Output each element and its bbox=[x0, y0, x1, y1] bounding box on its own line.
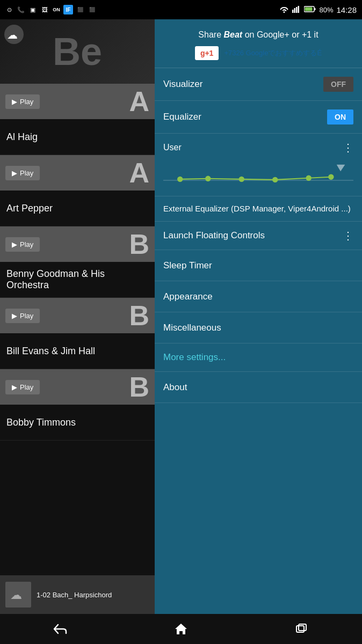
svg-point-13 bbox=[272, 177, 278, 182]
svg-point-14 bbox=[306, 175, 312, 181]
artist-name-row[interactable]: Bill Evans & Jim Hall bbox=[0, 333, 155, 369]
external-eq-label: External Equalizer (DSP Manager, Viper4A… bbox=[163, 204, 351, 213]
letter-badge: A bbox=[129, 85, 149, 118]
artist-list: ▶ Play A Al Haig ▶ Play A bbox=[0, 84, 155, 441]
eq-more-button[interactable]: ⋮ bbox=[343, 142, 353, 153]
letter-badge: A bbox=[129, 157, 149, 189]
play-row: ▶ Play A bbox=[0, 84, 155, 119]
artist-name: Bill Evans & Jim Hall bbox=[6, 346, 95, 357]
launch-more-button[interactable]: ⋮ bbox=[343, 230, 353, 241]
artist-name-row[interactable]: Bobby Timmons bbox=[0, 405, 155, 440]
artist-name-row[interactable]: Art Pepper bbox=[0, 191, 155, 226]
svg-text:☁: ☁ bbox=[10, 588, 22, 602]
now-playing-title: 1-02 Bach_ Harpsichord bbox=[37, 591, 149, 599]
svg-point-10 bbox=[177, 177, 183, 182]
svg-rect-1 bbox=[294, 8, 296, 13]
album-big-letter: Be bbox=[53, 30, 102, 74]
main-layout: ☁ Be ▶ Play A Al Haig bbox=[0, 19, 362, 614]
svg-rect-5 bbox=[315, 8, 316, 10]
sleep-timer-row[interactable]: Sleep Timer bbox=[155, 250, 362, 281]
list-item: ▶ Play B Bill Evans & Jim Hall bbox=[0, 298, 155, 369]
status-right: 80% 14:28 bbox=[279, 5, 357, 14]
signal-icon bbox=[292, 5, 301, 14]
visualizer-toggle[interactable]: OFF bbox=[323, 77, 353, 92]
equalizer-label: Equalizer bbox=[163, 112, 201, 122]
eq-graph bbox=[155, 158, 362, 191]
recent-apps-button[interactable] bbox=[286, 618, 318, 640]
visualizer-row: Visualizer OFF bbox=[155, 68, 362, 101]
play-triangle-icon: ▶ bbox=[12, 169, 17, 177]
media-icon1: ⬛ bbox=[75, 5, 85, 14]
eq-section: User ⋮ bbox=[155, 134, 362, 196]
launch-floating-controls-row[interactable]: Launch Floating Controls ⋮ bbox=[155, 222, 362, 250]
app-icon: ☁ bbox=[4, 25, 24, 44]
about-label: About bbox=[163, 382, 187, 393]
play-triangle-icon: ▶ bbox=[12, 312, 17, 320]
appearance-row[interactable]: Appearance bbox=[155, 281, 362, 312]
list-item: ▶ Play B Benny Goodman & His Orchestra bbox=[0, 226, 155, 298]
about-row[interactable]: About bbox=[155, 372, 362, 403]
play-button[interactable]: ▶ Play bbox=[5, 237, 40, 252]
svg-rect-0 bbox=[292, 10, 294, 13]
toggle-icon: ON bbox=[52, 5, 61, 14]
status-bar: ⊙ 📞 ▣ 🖼 ON IF ⬛ ⬛ 80% 14:28 bbox=[0, 0, 362, 19]
letter-badge: B bbox=[129, 299, 149, 332]
miscellaneous-row[interactable]: Miscellaneous bbox=[155, 312, 362, 343]
phone-icon: 📞 bbox=[16, 5, 26, 14]
svg-text:☁: ☁ bbox=[7, 29, 18, 41]
list-item: ▶ Play A Art Pepper bbox=[0, 155, 155, 226]
battery-percent: 80% bbox=[319, 6, 333, 14]
external-eq-row[interactable]: External Equalizer (DSP Manager, Viper4A… bbox=[155, 196, 362, 222]
launch-floating-label: Launch Floating Controls bbox=[163, 230, 265, 241]
image-icon: 🖼 bbox=[40, 5, 49, 14]
play-button[interactable]: ▶ Play bbox=[5, 380, 40, 394]
status-icons-left: ⊙ 📞 ▣ 🖼 ON IF ⬛ ⬛ bbox=[4, 0, 97, 19]
wifi-icon bbox=[279, 5, 289, 14]
if-icon: IF bbox=[63, 5, 73, 14]
left-panel: ☁ Be ▶ Play A Al Haig bbox=[0, 19, 155, 614]
back-button[interactable] bbox=[44, 618, 76, 640]
artist-name-row[interactable]: Benny Goodman & His Orchestra bbox=[0, 262, 155, 297]
play-triangle-icon: ▶ bbox=[12, 383, 17, 391]
play-button[interactable]: ▶ Play bbox=[5, 166, 40, 180]
artist-name: Benny Goodman & His Orchestra bbox=[6, 268, 148, 291]
right-panel: Share Beat on Google+ or +1 it g+1 +7326… bbox=[155, 19, 362, 614]
battery-icon bbox=[304, 6, 316, 14]
play-row: ▶ Play A bbox=[0, 155, 155, 191]
play-row: ▶ Play B bbox=[0, 369, 155, 405]
list-item: ▶ Play A Al Haig bbox=[0, 84, 155, 155]
artist-name-row[interactable]: Al Haig bbox=[0, 119, 155, 155]
miscellaneous-label: Miscellaneous bbox=[163, 323, 221, 333]
svg-rect-6 bbox=[305, 7, 313, 11]
share-section: Share Beat on Google+ or +1 it g+1 +7326… bbox=[155, 19, 362, 68]
google-plus-button[interactable]: g+1 bbox=[195, 46, 219, 60]
artist-name: Art Pepper bbox=[6, 203, 53, 214]
screen-icon: ▣ bbox=[28, 5, 38, 14]
list-item: ▶ Play B Bobby Timmons bbox=[0, 369, 155, 441]
svg-rect-20 bbox=[299, 624, 306, 631]
share-text: Share Beat on Google+ or +1 it bbox=[163, 30, 353, 40]
visualizer-label: Visualizer bbox=[163, 79, 202, 90]
svg-marker-16 bbox=[337, 165, 345, 171]
home-button[interactable] bbox=[165, 618, 197, 640]
clock: 14:28 bbox=[336, 5, 357, 14]
now-playing-thumbnail: ☁ bbox=[5, 582, 31, 608]
now-playing-bar[interactable]: ☁ 1-02 Bach_ Harpsichord bbox=[0, 575, 155, 614]
artist-name: Bobby Timmons bbox=[6, 417, 76, 428]
more-settings-row[interactable]: More settings... bbox=[155, 343, 362, 372]
svg-point-12 bbox=[239, 177, 244, 182]
play-button[interactable]: ▶ Play bbox=[5, 309, 40, 323]
google-plus-row: g+1 +7326 GoogleでおすすめするÉ bbox=[163, 46, 353, 60]
eq-preset-label: User bbox=[163, 143, 182, 152]
gplus-icon: g+1 bbox=[200, 49, 214, 57]
media-icon2: ⬛ bbox=[87, 5, 97, 14]
play-triangle-icon: ▶ bbox=[12, 240, 17, 248]
letter-badge: B bbox=[129, 371, 149, 403]
notification-icon: ⊙ bbox=[4, 5, 14, 14]
play-button[interactable]: ▶ Play bbox=[5, 94, 40, 109]
album-header: ☁ Be bbox=[0, 19, 155, 84]
letter-badge: B bbox=[129, 228, 149, 260]
svg-point-15 bbox=[328, 174, 334, 179]
equalizer-toggle[interactable]: ON bbox=[327, 109, 353, 125]
more-settings-link[interactable]: More settings... bbox=[163, 352, 226, 362]
